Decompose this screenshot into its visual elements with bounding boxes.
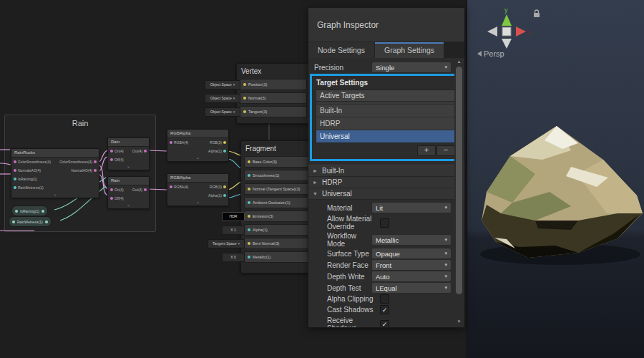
foldout-hdrp[interactable]: ► HDRP [308,177,464,188]
add-target-button[interactable]: + [417,145,436,156]
input-port[interactable] [14,160,16,163]
precision-dropdown[interactable]: Single ▾ [371,62,452,73]
surface-type-dropdown[interactable]: Opaque▾ [371,248,452,259]
scroll-up-icon[interactable]: ▲ [454,58,464,65]
input-port[interactable] [14,186,16,189]
foldout-label: Built-In [322,167,344,175]
vertex-block-position[interactable]: Object Space▾ Position(3) [240,79,307,90]
block-port[interactable] [248,215,250,218]
fragment-block-emission[interactable]: HDR Emission(3) [244,211,310,222]
block-port[interactable] [248,174,250,177]
input-port[interactable] [170,141,172,144]
input-port[interactable] [110,188,113,191]
property-pill-israining[interactable]: IsRaining(1) [11,205,48,216]
chevron-down-icon: ▾ [233,96,235,100]
orientation-gizmo[interactable]: y x [480,4,533,54]
fragment-block-alpha[interactable]: X 1 Alpha(1) [244,224,310,236]
fragment-block-ambient-occlusion[interactable]: Ambient Occlusion(1) [244,197,310,208]
collapse-chevron-icon[interactable]: ⌄ [108,203,149,208]
receive-shadows-checkbox[interactable]: ✓ [380,320,389,329]
vertex-block-normal[interactable]: Object Space▾ Normal(3) [240,92,307,104]
block-port[interactable] [248,201,250,204]
hdr-color-swatch[interactable]: HDR [222,212,245,221]
node-rainrocks[interactable]: RainRocks ColorSmoothness(4)ColorSmoothn… [11,148,99,198]
node-rain-2[interactable]: Rain On(4)Out(4) Off(4) ⌄ [107,176,150,209]
tab-node-settings[interactable]: Node Settings [308,42,374,58]
workflow-mode-dropdown[interactable]: Metallic▾ [371,234,452,246]
material-dropdown[interactable]: Lit▾ [371,202,452,213]
float-field[interactable]: X 1 [222,226,245,235]
target-item-hdrp[interactable]: HDRP [316,117,455,130]
fragment-block-metallic[interactable]: X 0 Metallic(1) [244,251,310,263]
input-port[interactable] [170,185,172,188]
block-port[interactable] [248,160,250,163]
block-port[interactable] [243,110,246,113]
space-dropdown[interactable]: Object Space▾ [205,80,240,90]
axis-neg-y-cone [502,39,512,49]
fragment-block-smoothness[interactable]: Smoothness(1) [244,170,310,181]
input-port[interactable] [14,169,16,172]
fragment-block-normal[interactable]: Normal (Tangent Space)(3) [244,183,310,195]
scrollbar-thumb[interactable] [456,67,462,294]
depth-write-dropdown[interactable]: Auto▾ [371,271,452,282]
output-port[interactable] [144,188,147,191]
render-face-dropdown[interactable]: Front▾ [371,259,452,271]
fragment-block-bent-normal[interactable]: Tangent Space▾ Bent Normal(3) [244,238,310,249]
foldout-built-in[interactable]: ► Built-In [308,165,464,177]
target-item-universal[interactable]: Universal [316,130,455,142]
foldout-collapsed-icon: ► [313,168,318,173]
space-dropdown[interactable]: Tangent Space▾ [208,239,245,248]
block-port[interactable] [248,188,250,190]
collapse-chevron-icon[interactable]: ⌄ [108,164,149,170]
output-port[interactable] [144,150,147,153]
port[interactable] [12,221,15,223]
fragment-block-base-color[interactable]: Base Color(3) [244,156,310,168]
output-port[interactable] [223,150,226,153]
output-port[interactable] [223,194,226,197]
alpha-clipping-checkbox[interactable] [380,294,389,304]
cast-shadows-checkbox[interactable]: ✓ [380,305,389,314]
vertex-stack[interactable]: Vertex Object Space▾ Position(3) Object … [236,63,311,124]
space-dropdown[interactable]: Object Space▾ [205,94,240,103]
block-port[interactable] [248,256,250,258]
collapse-chevron-icon[interactable]: ⌄ [11,192,99,198]
vertex-block-tangent[interactable]: Object Space▾ Tangent(3) [240,106,307,117]
depth-test-dropdown[interactable]: LEqual▾ [371,282,452,294]
port[interactable] [15,210,18,213]
scroll-down-icon[interactable]: ▼ [454,318,464,325]
output-port[interactable] [94,160,97,163]
property-pill-rainwetness[interactable]: RainWetness(1) [9,216,52,227]
output-port[interactable] [45,221,48,223]
lock-icon[interactable] [532,9,542,19]
remove-target-button[interactable]: − [436,145,455,156]
collapse-chevron-icon[interactable]: ⌄ [167,155,228,161]
tab-graph-settings[interactable]: Graph Settings [375,42,444,58]
input-port[interactable] [14,178,16,180]
inspector-scrollbar[interactable]: ▲ ▼ [454,58,464,325]
output-port[interactable] [223,141,226,144]
node-rain-1[interactable]: Rain On(4)Out(4) Off(4) ⌄ [107,137,150,170]
space-dropdown[interactable]: Object Space▾ [205,107,240,117]
target-item-built-in[interactable]: Built-In [316,104,455,117]
collapse-chevron-icon[interactable]: ⌄ [167,200,228,205]
output-port[interactable] [223,185,226,188]
chevron-down-icon: ▾ [444,64,447,70]
node-rgbalpha-2[interactable]: RGBAlpha RGBA(4)RGB(3) Alpha(1) ⌄ [167,173,229,206]
input-port[interactable] [110,197,113,200]
output-port[interactable] [94,169,97,172]
node-rgbalpha-1[interactable]: RGBAlpha RGBA(4)RGB(3) Alpha(1) ⌄ [167,129,229,162]
perspective-toggle[interactable]: Persp [477,49,504,58]
block-port[interactable] [243,83,246,86]
input-port[interactable] [110,158,113,161]
foldout-label: Universal [322,190,352,198]
block-port[interactable] [248,228,250,231]
fragment-stack[interactable]: Fragment Base Color(3) Smoothness(1) Nor… [240,140,313,274]
block-port[interactable] [248,242,250,245]
input-port[interactable] [110,150,113,153]
allow-material-override-checkbox[interactable] [380,218,389,228]
output-port[interactable] [42,210,44,213]
foldout-universal[interactable]: ▼ Universal [308,188,464,200]
preview-3d-viewport[interactable]: y x Persp [467,0,644,358]
block-port[interactable] [243,97,246,100]
float-field[interactable]: X 0 [222,253,245,262]
